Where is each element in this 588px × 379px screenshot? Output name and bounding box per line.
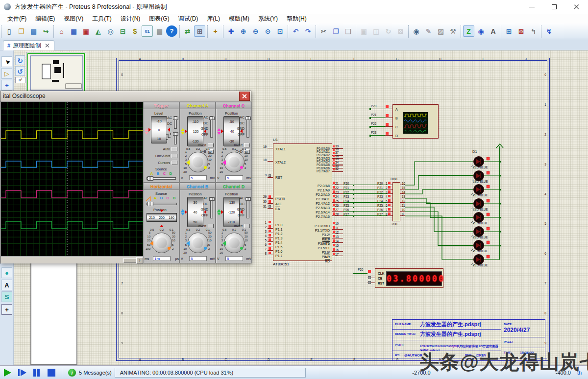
zoom-area-button[interactable]: ⊡ xyxy=(274,25,286,37)
junction-dot-mode-icon[interactable]: + xyxy=(1,80,12,91)
component-oscilloscope[interactable]: ABCD xyxy=(392,104,439,139)
design-explorer-button[interactable]: ⊟ xyxy=(117,25,128,37)
oscilloscope-scrollbar[interactable]: › xyxy=(1,257,143,263)
menu-item[interactable]: 文件(F) xyxy=(3,14,31,24)
block-move-button[interactable]: ◫ xyxy=(370,25,382,37)
block-copy-button[interactable]: ▣ xyxy=(358,25,369,37)
gerber-viewer-button[interactable]: ◎ xyxy=(105,25,116,37)
home-page-button[interactable]: ⌂ xyxy=(56,25,67,37)
trigger-button[interactable] xyxy=(172,161,177,165)
menu-item[interactable]: 设计(N) xyxy=(116,14,145,24)
project-notes-button[interactable]: ▤ xyxy=(154,25,165,37)
component-led-blue[interactable]: LED-BLUE xyxy=(467,238,506,253)
toggle-grid-button[interactable]: ⊞ xyxy=(194,25,205,37)
component-led-blue[interactable]: LED-BLUE xyxy=(467,169,506,183)
save-project-button[interactable]: ▤ xyxy=(28,25,39,37)
schematic-capture-button[interactable]: ▦ xyxy=(68,25,79,37)
menu-item[interactable]: 帮助(H) xyxy=(282,14,311,24)
gain-knob[interactable] xyxy=(224,233,245,253)
remove-sheet-button[interactable]: ⊠ xyxy=(515,25,527,37)
timebase-knob[interactable] xyxy=(151,233,172,253)
refresh-button[interactable]: ⇄ xyxy=(182,25,193,37)
component-led-blue[interactable]: LED-BLUE xyxy=(467,225,506,239)
menu-item[interactable]: 模版(M) xyxy=(224,14,254,24)
close-button[interactable] xyxy=(565,0,588,13)
simulation-analysis-button[interactable]: 01 xyxy=(142,25,153,37)
new-project-button[interactable]: ▯ xyxy=(3,25,15,37)
paste-button[interactable]: ❑ xyxy=(343,25,354,37)
oscilloscope-close-button[interactable] xyxy=(239,92,250,101)
coupling-slider[interactable] xyxy=(210,116,213,138)
gain-value-field[interactable]: 5 xyxy=(225,175,243,180)
trigger-button[interactable] xyxy=(172,154,177,158)
trigger-source-slider[interactable] xyxy=(147,177,176,180)
electrical-rule-check-button[interactable]: ↯ xyxy=(543,25,555,37)
decompose-button[interactable]: ⚒ xyxy=(447,25,459,37)
stop-button[interactable] xyxy=(47,368,56,378)
menu-item[interactable]: 编辑(E) xyxy=(31,14,59,24)
pcb-layout-button[interactable]: ▣ xyxy=(80,25,92,37)
component-led-blue[interactable]: LED-BLUE xyxy=(467,197,506,211)
component-led-blue[interactable]: LED-BLUE xyxy=(467,155,506,169)
info-icon[interactable]: i xyxy=(68,369,76,377)
3d-visualizer-button[interactable]: ◭ xyxy=(93,25,104,37)
overview-pane[interactable] xyxy=(26,52,86,93)
pan-button[interactable]: ✚ xyxy=(225,25,237,37)
gain-knob[interactable] xyxy=(188,152,208,172)
make-device-button[interactable]: ✎ xyxy=(423,25,434,37)
menu-item[interactable]: 调试(D) xyxy=(174,14,203,24)
coupling-slider[interactable] xyxy=(246,116,249,138)
component-rn1-respack[interactable] xyxy=(392,182,400,221)
gain-knob[interactable] xyxy=(188,233,208,253)
gain-knob[interactable] xyxy=(224,152,245,172)
zoom-in-button[interactable]: ⊕ xyxy=(238,25,249,37)
undo-button[interactable]: ↶ xyxy=(290,25,301,37)
gain-value-field[interactable]: 5 xyxy=(189,256,207,261)
menu-item[interactable]: 图表(G) xyxy=(145,14,173,24)
zoom-out-button[interactable]: ⊖ xyxy=(250,25,261,37)
component-led-blue[interactable]: LED-BLUE xyxy=(467,253,506,267)
bill-of-materials-button[interactable]: $ xyxy=(129,25,141,37)
redo-button[interactable]: ↷ xyxy=(302,25,314,37)
false-origin-button[interactable]: + xyxy=(210,25,221,37)
zoom-all-button[interactable]: ⊙ xyxy=(262,25,273,37)
component-u1-at89c51[interactable]: XTAL1XTAL2 RST PSENALEEA P1.0P1.1P1.2P1.… xyxy=(273,143,332,261)
minimize-button[interactable] xyxy=(520,0,543,13)
open-project-button[interactable]: ❐ xyxy=(16,25,27,37)
channel-button[interactable] xyxy=(244,224,250,228)
2d-graphics-path-icon[interactable]: ● xyxy=(1,267,12,278)
horizontal-position-dial[interactable]: 210200190 xyxy=(147,213,177,222)
pick-parts-button[interactable]: ◉ xyxy=(411,25,422,37)
digital-oscilloscope-window[interactable]: ital Oscilloscope › Trigger Level -10010… xyxy=(0,91,251,263)
copy-button[interactable]: ❐ xyxy=(330,25,342,37)
tab-close-icon[interactable] xyxy=(45,43,50,48)
gain-value-field[interactable]: 5 xyxy=(225,256,243,261)
timebase-value-field[interactable]: 1m xyxy=(153,256,171,261)
scrollbar-arrow-icon[interactable]: › xyxy=(136,257,143,264)
rotate-counterclockwise-button[interactable]: ↺ xyxy=(15,66,25,76)
trigger-edge-slider[interactable] xyxy=(174,132,177,144)
message-count[interactable]: 5 Message(s) xyxy=(79,370,112,376)
play-button[interactable] xyxy=(2,368,12,378)
component-led-blue[interactable]: LED-BLUE xyxy=(467,183,506,197)
wire-autorouter-button[interactable]: Z xyxy=(463,25,474,37)
menu-item[interactable]: 视图(V) xyxy=(59,14,88,24)
search-and-tag-button[interactable]: ◉ xyxy=(475,25,487,37)
new-sheet-button[interactable]: ⊞ xyxy=(503,25,514,37)
goto-parent-sheet-button[interactable]: ↰ xyxy=(528,25,539,37)
scrollbar-thumb[interactable] xyxy=(123,258,136,263)
selection-mode-icon[interactable]: ► xyxy=(1,56,12,67)
pause-button[interactable] xyxy=(32,368,42,378)
rotation-angle-field[interactable]: 0° xyxy=(15,77,26,83)
channel-button[interactable] xyxy=(244,143,250,147)
trigger-button[interactable] xyxy=(172,147,177,151)
text-mode-icon[interactable]: A xyxy=(1,280,12,290)
trigger-coupling-slider[interactable] xyxy=(174,116,177,129)
oscilloscope-titlebar[interactable]: ital Oscilloscope xyxy=(0,91,251,102)
coupling-slider[interactable] xyxy=(246,197,249,218)
import-project-button[interactable]: ↪ xyxy=(40,25,51,37)
component-led-blue[interactable]: LED-BLUE xyxy=(467,211,506,225)
cut-button[interactable]: ✂ xyxy=(318,25,329,37)
markers-mode-icon[interactable]: + xyxy=(1,304,12,315)
horizontal-source-slider[interactable] xyxy=(147,203,177,205)
